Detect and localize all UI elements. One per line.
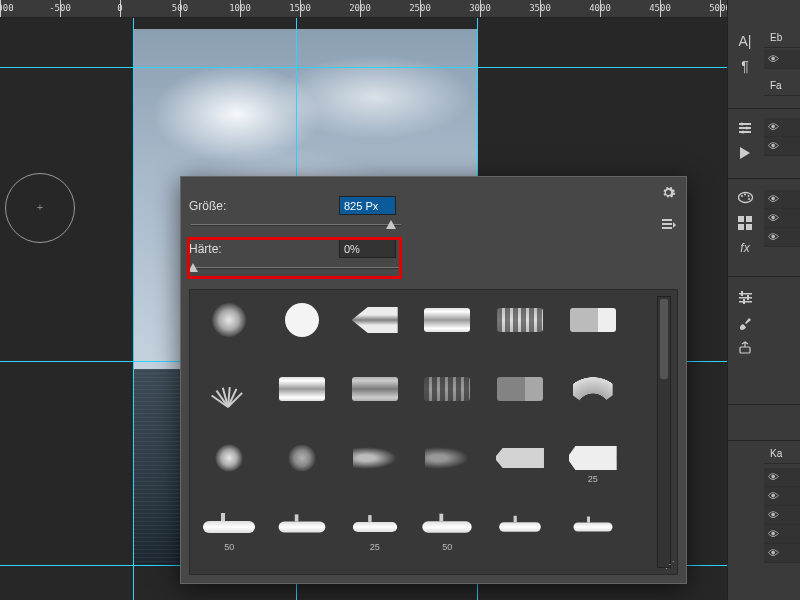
size-slider[interactable] xyxy=(191,218,401,232)
brush-preset[interactable] xyxy=(487,296,554,358)
hardness-label: Härte: xyxy=(189,242,339,256)
size-input[interactable]: 825 Px xyxy=(339,196,396,215)
svg-rect-22 xyxy=(747,295,749,300)
brush-preset-panel[interactable]: Größe: 825 Px Härte: 0% xyxy=(180,176,687,584)
adjust-icon[interactable] xyxy=(730,285,760,310)
svg-rect-19 xyxy=(739,297,752,299)
brush-preset[interactable] xyxy=(269,503,336,565)
size-label: Größe: xyxy=(189,199,339,213)
ruler-tick-label: 4500 xyxy=(649,3,671,13)
guide-vertical[interactable] xyxy=(133,18,134,600)
brush-preset[interactable] xyxy=(269,365,336,427)
hardness-input[interactable]: 0% xyxy=(339,239,396,258)
brush-cursor xyxy=(5,173,75,243)
svg-point-11 xyxy=(744,194,746,196)
svg-point-7 xyxy=(745,126,748,129)
panel-resize-handle[interactable]: ⋰ xyxy=(665,559,673,570)
panel-tab[interactable]: Fa xyxy=(764,76,800,96)
brush-preset[interactable] xyxy=(487,503,554,565)
visibility-toggle[interactable]: 👁 xyxy=(764,525,800,544)
brush-preset[interactable] xyxy=(269,296,336,358)
brush-grid[interactable]: 25 50 25 50 xyxy=(196,296,626,568)
svg-rect-18 xyxy=(739,293,752,295)
svg-rect-5 xyxy=(739,131,751,133)
visibility-toggle[interactable]: 👁 xyxy=(764,190,800,209)
brush-preset[interactable] xyxy=(196,365,263,427)
brush-preset[interactable] xyxy=(341,296,408,358)
scrollbar-thumb[interactable] xyxy=(660,299,668,379)
hardness-slider[interactable] xyxy=(191,261,401,275)
svg-rect-16 xyxy=(738,224,744,230)
dock-tabs: Fa xyxy=(764,76,800,96)
svg-rect-4 xyxy=(739,127,751,129)
visibility-toggle[interactable]: 👁 xyxy=(764,468,800,487)
ruler-tick-label: 1500 xyxy=(289,3,311,13)
brush-preset[interactable] xyxy=(487,365,554,427)
right-dock: Eb 👁 Fa A| ¶ 👁 👁 fx 👁 👁 👁 xyxy=(727,0,800,600)
brush-preset[interactable] xyxy=(196,296,263,358)
brush-preset[interactable] xyxy=(269,434,336,496)
svg-point-8 xyxy=(741,130,744,133)
play-icon[interactable] xyxy=(730,140,760,165)
svg-point-6 xyxy=(740,122,743,125)
ruler-tick-label: -500 xyxy=(49,3,71,13)
panel-tab[interactable]: Ka xyxy=(764,444,800,464)
brush-preset[interactable]: 25 xyxy=(341,503,408,565)
brush-preset[interactable] xyxy=(414,434,481,496)
fx-icon[interactable]: fx xyxy=(730,235,760,260)
brush-preset[interactable]: 50 xyxy=(196,503,263,565)
visibility-toggle[interactable]: 👁 xyxy=(764,137,800,156)
ruler-tick-label: 2500 xyxy=(409,3,431,13)
visibility-toggle[interactable]: 👁 xyxy=(764,228,800,247)
svg-rect-14 xyxy=(738,216,744,222)
clone-source-icon[interactable] xyxy=(730,335,760,360)
brush-preset[interactable] xyxy=(196,434,263,496)
brush-grid-scrollbar[interactable] xyxy=(657,296,671,568)
svg-point-13 xyxy=(748,198,750,200)
visibility-toggle[interactable]: 👁 xyxy=(764,50,800,69)
brush-preset[interactable] xyxy=(341,365,408,427)
paragraph-icon[interactable]: ¶ xyxy=(730,53,760,78)
ruler-tick-label: 4000 xyxy=(589,3,611,13)
brush-preset[interactable]: 25 xyxy=(559,434,626,496)
svg-point-12 xyxy=(747,195,749,197)
styles-icon[interactable] xyxy=(730,210,760,235)
visibility-toggle[interactable]: 👁 xyxy=(764,506,800,525)
svg-rect-23 xyxy=(743,299,745,304)
hardness-slider-thumb[interactable] xyxy=(188,263,198,272)
brush-preset[interactable]: 50 xyxy=(414,503,481,565)
brush-preset[interactable] xyxy=(414,296,481,358)
ruler-horizontal[interactable]: -1500 -1000 -500 0 500 1000 1500 2000 25… xyxy=(0,0,727,18)
visibility-toggle[interactable]: 👁 xyxy=(764,544,800,563)
brush-preset[interactable] xyxy=(341,434,408,496)
ruler-tick-label: -1000 xyxy=(0,3,14,13)
svg-rect-20 xyxy=(739,301,752,303)
brush-preset[interactable] xyxy=(559,365,626,427)
svg-rect-24 xyxy=(740,347,750,353)
text-icon[interactable]: A| xyxy=(730,28,760,53)
icon-strip: A| ¶ xyxy=(730,28,760,103)
swatches-icon[interactable] xyxy=(730,185,760,210)
svg-rect-15 xyxy=(746,216,752,222)
ruler-tick-label: 5000 xyxy=(709,3,727,13)
brush-preset[interactable] xyxy=(559,503,626,565)
size-slider-thumb[interactable] xyxy=(386,220,396,229)
brush-preset[interactable] xyxy=(414,365,481,427)
options-icon[interactable] xyxy=(730,115,760,140)
guide-horizontal[interactable] xyxy=(0,67,727,68)
ruler-tick-label: 3000 xyxy=(469,3,491,13)
ruler-tick-label: 1000 xyxy=(229,3,251,13)
svg-rect-21 xyxy=(741,291,743,296)
visibility-toggle[interactable]: 👁 xyxy=(764,487,800,506)
ruler-tick-label: 500 xyxy=(172,3,188,13)
svg-rect-17 xyxy=(746,224,752,230)
svg-point-10 xyxy=(741,195,743,197)
brush-preset[interactable] xyxy=(559,296,626,358)
brush-preset[interactable] xyxy=(487,434,554,496)
ruler-tick-label: 3500 xyxy=(529,3,551,13)
visibility-toggle[interactable]: 👁 xyxy=(764,118,800,137)
ruler-tick-label: 0 xyxy=(117,3,122,13)
brush-presets-icon[interactable] xyxy=(730,310,760,335)
panel-tab[interactable]: Eb xyxy=(764,28,800,48)
visibility-toggle[interactable]: 👁 xyxy=(764,209,800,228)
